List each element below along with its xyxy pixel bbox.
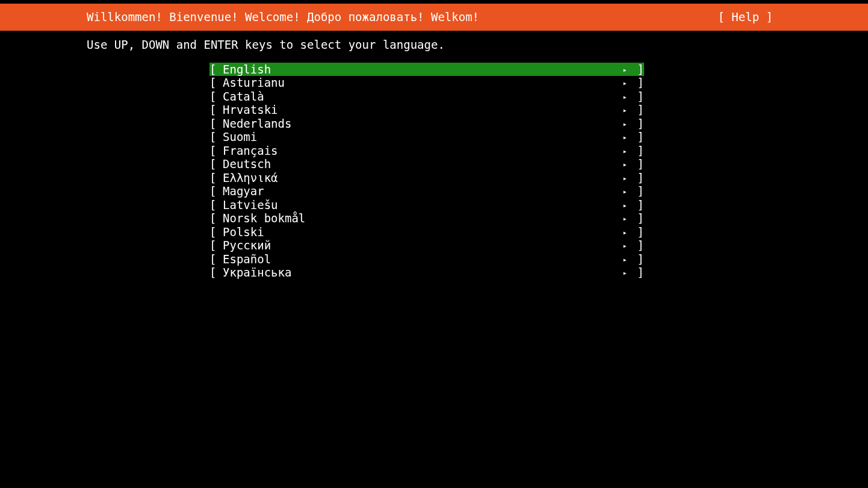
- language-list: [English▸][Asturianu▸][Català▸][Hrvatski…: [0, 63, 868, 280]
- chevron-right-icon: ▸: [619, 212, 631, 226]
- chevron-right-icon: ▸: [619, 226, 631, 240]
- bracket-close: ]: [631, 63, 644, 77]
- bracket-open: [: [209, 130, 223, 144]
- page-title: Willkommen! Bienvenue! Welcome! Добро по…: [87, 10, 479, 24]
- language-option[interactable]: [Ελληνικά▸]: [0, 171, 868, 185]
- bracket-open: [: [209, 266, 223, 280]
- bracket-close: ]: [631, 198, 644, 212]
- bracket-close: ]: [631, 130, 644, 144]
- bracket-close: ]: [631, 103, 644, 117]
- language-option[interactable]: [Hrvatski▸]: [0, 103, 868, 117]
- language-option[interactable]: [Русский▸]: [0, 239, 868, 252]
- header-bar: Willkommen! Bienvenue! Welcome! Добро по…: [0, 4, 868, 31]
- chevron-right-icon: ▸: [619, 77, 631, 90]
- chevron-right-icon: ▸: [619, 185, 631, 199]
- language-option[interactable]: [Català▸]: [0, 90, 868, 104]
- language-label: Asturianu: [223, 76, 619, 90]
- chevron-right-icon: ▸: [619, 63, 631, 77]
- language-option[interactable]: [Magyar▸]: [0, 184, 868, 198]
- bracket-open: [: [209, 171, 223, 185]
- bracket-open: [: [209, 63, 223, 77]
- chevron-right-icon: ▸: [619, 90, 631, 104]
- bracket-close: ]: [631, 184, 644, 198]
- bracket-open: [: [209, 157, 223, 171]
- language-label: Deutsch: [223, 157, 619, 171]
- bracket-open: [: [209, 103, 223, 117]
- chevron-right-icon: ▸: [619, 239, 631, 253]
- bracket-open: [: [209, 90, 223, 104]
- instruction-text: Use UP, DOWN and ENTER keys to select yo…: [0, 31, 868, 52]
- bracket-open: [: [209, 117, 223, 131]
- language-option[interactable]: [Français▸]: [0, 144, 868, 158]
- language-option[interactable]: [Polski▸]: [0, 225, 868, 239]
- language-option[interactable]: [Suomi▸]: [0, 130, 868, 144]
- chevron-right-icon: ▸: [619, 158, 631, 172]
- language-label: Norsk bokmål: [223, 211, 619, 225]
- bracket-open: [: [209, 198, 223, 212]
- language-label: Español: [223, 252, 619, 266]
- bracket-close: ]: [631, 266, 644, 280]
- language-label: Ελληνικά: [223, 171, 619, 185]
- bracket-open: [: [209, 144, 223, 158]
- chevron-right-icon: ▸: [619, 253, 631, 267]
- language-option[interactable]: [Nederlands▸]: [0, 117, 868, 131]
- chevron-right-icon: ▸: [619, 104, 631, 117]
- chevron-right-icon: ▸: [619, 117, 631, 131]
- language-label: English: [223, 63, 619, 77]
- language-option[interactable]: [Norsk bokmål▸]: [0, 211, 868, 225]
- bracket-open: [: [209, 76, 223, 90]
- bracket-close: ]: [631, 239, 644, 252]
- language-label: Nederlands: [223, 117, 619, 131]
- chevron-right-icon: ▸: [619, 145, 631, 158]
- bracket-close: ]: [631, 225, 644, 239]
- chevron-right-icon: ▸: [619, 131, 631, 145]
- chevron-right-icon: ▸: [619, 172, 631, 186]
- language-option[interactable]: [Asturianu▸]: [0, 76, 868, 90]
- language-option[interactable]: [English▸]: [0, 63, 868, 77]
- language-label: Suomi: [223, 130, 619, 144]
- language-label: Latviešu: [223, 198, 619, 212]
- bracket-close: ]: [631, 117, 644, 131]
- bracket-close: ]: [631, 252, 644, 266]
- bracket-close: ]: [631, 76, 644, 90]
- language-label: Magyar: [223, 184, 619, 198]
- bracket-open: [: [209, 184, 223, 198]
- bracket-close: ]: [631, 157, 644, 171]
- language-label: Polski: [223, 225, 619, 239]
- language-label: Hrvatski: [223, 103, 619, 117]
- language-label: Français: [223, 144, 619, 158]
- language-option[interactable]: [Español▸]: [0, 252, 868, 266]
- language-label: Русский: [223, 239, 619, 252]
- language-option[interactable]: [Українська▸]: [0, 266, 868, 280]
- bracket-close: ]: [631, 144, 644, 158]
- bracket-open: [: [209, 211, 223, 225]
- help-button[interactable]: [ Help ]: [718, 10, 773, 24]
- language-option[interactable]: [Latviešu▸]: [0, 198, 868, 212]
- bracket-close: ]: [631, 171, 644, 185]
- bracket-open: [: [209, 252, 223, 266]
- bracket-close: ]: [631, 90, 644, 104]
- language-label: Українська: [223, 266, 619, 280]
- chevron-right-icon: ▸: [619, 199, 631, 213]
- bracket-open: [: [209, 225, 223, 239]
- bracket-open: [: [209, 239, 223, 252]
- chevron-right-icon: ▸: [619, 266, 631, 280]
- language-option[interactable]: [Deutsch▸]: [0, 157, 868, 171]
- bracket-close: ]: [631, 211, 644, 225]
- language-label: Català: [223, 90, 619, 104]
